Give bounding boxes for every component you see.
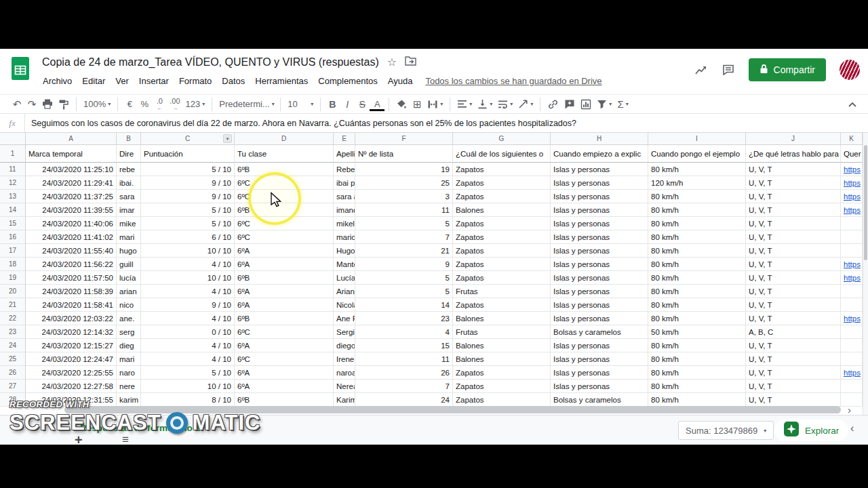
cell[interactable]: U, V, T [746, 203, 841, 217]
row-number[interactable]: 14 [0, 203, 26, 217]
cell[interactable]: imar [117, 203, 141, 217]
cell[interactable] [841, 298, 863, 312]
cell[interactable]: Balones [453, 312, 551, 325]
cell[interactable]: 6ºA [235, 298, 334, 312]
cell[interactable]: Islas y personas [551, 258, 648, 271]
cell[interactable]: guill [117, 258, 141, 271]
cell[interactable]: U, V, T [746, 190, 841, 203]
cell[interactable]: Zapatos [453, 366, 551, 380]
column-header-C[interactable]: C▾ [141, 133, 235, 144]
header-cell-G[interactable]: ¿Cuál de los siguientes o [453, 145, 551, 163]
column-header-F[interactable]: F [355, 133, 453, 144]
paint-format-icon[interactable] [56, 96, 72, 113]
cell[interactable]: 4 [355, 325, 453, 339]
cell[interactable]: Islas y personas [551, 190, 648, 203]
cell[interactable]: Islas y personas [551, 352, 648, 366]
column-filter-icon[interactable]: ▾ [223, 134, 232, 143]
cell[interactable]: Arian [334, 285, 355, 298]
cell[interactable]: Islas y personas [551, 230, 648, 244]
cell[interactable]: 5 [355, 271, 453, 285]
cell[interactable]: naro [117, 366, 141, 380]
cell[interactable]: 9 / 10 [141, 190, 235, 203]
column-header-B[interactable]: B [117, 133, 141, 144]
cell[interactable]: https [841, 258, 863, 271]
cell[interactable]: 24/03/2020 11:40:06 [26, 217, 117, 230]
row-number[interactable]: 21 [0, 298, 26, 312]
cell[interactable]: https [841, 366, 863, 380]
formula-input[interactable]: Seguimos con los casos de coronavirus de… [24, 114, 868, 132]
cell[interactable]: 80 km/h [648, 285, 746, 298]
cell[interactable]: 24/03/2020 11:55:40 [26, 244, 117, 258]
cell[interactable] [841, 244, 863, 258]
cell[interactable]: Karim [334, 393, 355, 407]
cell[interactable]: 24/03/2020 11:58:41 [26, 298, 117, 312]
row-number[interactable]: 20 [0, 285, 26, 298]
cell[interactable]: 6ºC [235, 325, 334, 339]
cell[interactable]: Frutas [453, 285, 551, 298]
header-cell-F[interactable]: Nº de lista [355, 145, 453, 163]
comment-history-icon[interactable] [722, 63, 735, 77]
borders-button[interactable]: ⊞ [410, 96, 425, 113]
horizontal-align-button[interactable]: ▾ [454, 96, 475, 113]
cell[interactable]: 80 km/h [648, 217, 746, 230]
cell[interactable]: Islas y personas [551, 285, 648, 298]
text-color-button[interactable]: A [370, 100, 384, 111]
menu-ayuda[interactable]: Ayuda [387, 75, 414, 87]
cell[interactable]: 5 / 10 [141, 203, 235, 217]
cell[interactable]: 24/03/2020 12:15:27 [26, 339, 117, 352]
column-header-J[interactable]: J [746, 133, 841, 144]
cell[interactable]: 4 / 10 [141, 258, 235, 271]
header-cell-K[interactable]: Quer [841, 145, 863, 163]
cell[interactable]: 24/03/2020 11:37:25 [26, 190, 117, 203]
cell[interactable]: 24/03/2020 11:29:41 [26, 176, 117, 190]
column-header-K[interactable]: K [841, 133, 863, 144]
text-rotation-button[interactable]: ▾ [515, 96, 536, 113]
row-number[interactable]: 15 [0, 217, 26, 230]
cell[interactable]: 3 [355, 190, 453, 203]
cell[interactable]: 5 / 10 [141, 163, 235, 176]
cell[interactable]: U, V, T [746, 271, 841, 285]
cell[interactable]: Islas y personas [551, 380, 648, 393]
zoom-select[interactable]: 100%▾ [81, 96, 113, 113]
cell[interactable]: Zapatos [453, 298, 551, 312]
cell[interactable]: dieg [117, 339, 141, 352]
cell[interactable]: Zapatos [453, 230, 551, 244]
cell[interactable]: Islas y personas [551, 271, 648, 285]
cell[interactable]: 5 / 10 [141, 366, 235, 380]
cell[interactable]: 9 / 10 [141, 298, 235, 312]
cell[interactable]: mari [117, 352, 141, 366]
bold-button[interactable]: B [325, 96, 340, 113]
document-title[interactable]: Copia de 24 de marzo_Tarea VÍDEO, QUENTO… [42, 56, 379, 68]
cell[interactable]: U, V, T [746, 217, 841, 230]
cell[interactable] [841, 217, 863, 230]
cell[interactable]: 9 / 10 [141, 176, 235, 190]
menu-herramientas[interactable]: Herramientas [254, 75, 309, 87]
cell[interactable]: 6ºC [235, 352, 334, 366]
header-cell-A[interactable]: Marca temporal [26, 145, 117, 163]
cell[interactable]: 5 [355, 217, 453, 230]
cell[interactable]: Nicola [334, 298, 355, 312]
cell[interactable]: Irene [334, 352, 355, 366]
row-number[interactable]: 13 [0, 190, 26, 203]
cell[interactable] [841, 285, 863, 298]
font-select[interactable]: Predetermi...▾ [216, 96, 276, 113]
collapse-panel-icon[interactable]: ‹ [850, 422, 854, 434]
cell[interactable]: 6ºA [235, 366, 334, 380]
cell[interactable]: U, V, T [746, 244, 841, 258]
cell[interactable]: Zapatos [453, 393, 551, 407]
cell[interactable] [841, 352, 863, 366]
column-header-E[interactable]: E [334, 133, 355, 144]
redo-icon[interactable]: ↷ [24, 96, 39, 113]
cell[interactable]: mari [117, 230, 141, 244]
cell[interactable]: 4 / 10 [141, 285, 235, 298]
italic-button[interactable]: I [340, 96, 355, 113]
cell[interactable]: naroa [334, 366, 355, 380]
cell[interactable]: 24/03/2020 12:25:55 [26, 366, 117, 380]
cell[interactable]: Islas y personas [551, 217, 648, 230]
cell[interactable]: U, V, T [746, 258, 841, 271]
row-number[interactable]: 24 [0, 339, 26, 352]
cell[interactable]: U, V, T [746, 393, 841, 407]
more-formats-button[interactable]: 123▾ [183, 96, 208, 113]
cell[interactable]: serg [117, 325, 141, 339]
cell[interactable]: https [841, 312, 863, 325]
